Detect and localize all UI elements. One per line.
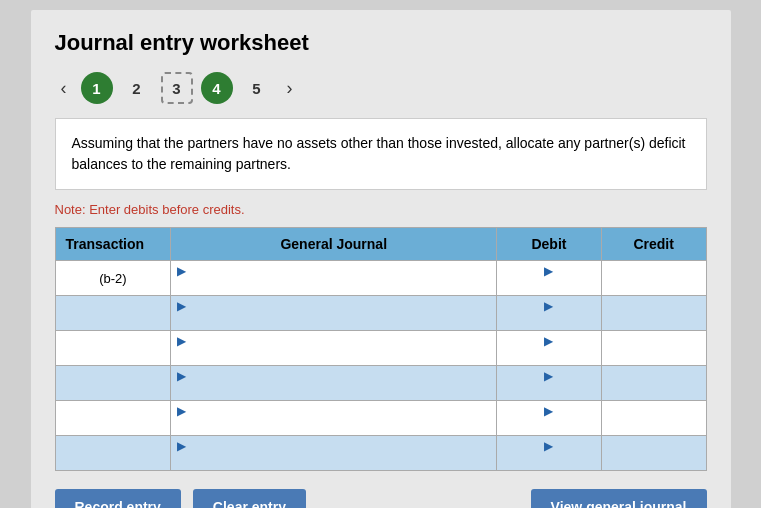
table-row: (b-2) ▶ ▶ bbox=[55, 261, 706, 296]
note-text: Note: Enter debits before credits. bbox=[55, 202, 707, 217]
credit-input-5[interactable] bbox=[608, 411, 700, 426]
credit-input-6[interactable] bbox=[608, 446, 700, 461]
journal-cell-4[interactable]: ▶ bbox=[171, 366, 497, 401]
transaction-cell-1: (b-2) bbox=[55, 261, 171, 296]
page-4[interactable]: 4 bbox=[201, 72, 233, 104]
debit-input-1[interactable] bbox=[503, 278, 595, 293]
transaction-cell-6 bbox=[55, 436, 171, 471]
prev-arrow[interactable]: ‹ bbox=[55, 76, 73, 101]
journal-input-5[interactable] bbox=[177, 418, 490, 433]
debit-arrow-1: ▶ bbox=[544, 264, 553, 278]
journal-cell-5[interactable]: ▶ bbox=[171, 401, 497, 436]
page-3[interactable]: 3 bbox=[161, 72, 193, 104]
debit-arrow-2: ▶ bbox=[544, 299, 553, 313]
debit-arrow-6: ▶ bbox=[544, 439, 553, 453]
debit-input-5[interactable] bbox=[503, 418, 595, 433]
next-arrow[interactable]: › bbox=[281, 76, 299, 101]
journal-input-1[interactable] bbox=[177, 278, 490, 293]
table-row: ▶ ▶ bbox=[55, 401, 706, 436]
button-row: Record entry Clear entry View general jo… bbox=[55, 489, 707, 508]
credit-input-3[interactable] bbox=[608, 341, 700, 356]
journal-input-3[interactable] bbox=[177, 348, 490, 363]
debit-input-3[interactable] bbox=[503, 348, 595, 363]
pagination: ‹ 1 2 3 4 5 › bbox=[55, 72, 707, 104]
journal-cell-2[interactable]: ▶ bbox=[171, 296, 497, 331]
debit-arrow-5: ▶ bbox=[544, 404, 553, 418]
col-credit: Credit bbox=[601, 228, 706, 261]
cell-arrow-6: ▶ bbox=[177, 439, 186, 453]
page-1[interactable]: 1 bbox=[81, 72, 113, 104]
credit-cell-6[interactable] bbox=[601, 436, 706, 471]
debit-arrow-3: ▶ bbox=[544, 334, 553, 348]
table-row: ▶ ▶ bbox=[55, 331, 706, 366]
credit-input-1[interactable] bbox=[608, 271, 700, 286]
cell-arrow-3: ▶ bbox=[177, 334, 186, 348]
debit-cell-5[interactable]: ▶ bbox=[497, 401, 602, 436]
page-title: Journal entry worksheet bbox=[55, 30, 707, 56]
cell-arrow-5: ▶ bbox=[177, 404, 186, 418]
transaction-cell-2 bbox=[55, 296, 171, 331]
cell-arrow-2: ▶ bbox=[177, 299, 186, 313]
view-journal-button[interactable]: View general journal bbox=[531, 489, 707, 508]
clear-entry-button[interactable]: Clear entry bbox=[193, 489, 306, 508]
journal-input-4[interactable] bbox=[177, 383, 490, 398]
col-journal: General Journal bbox=[171, 228, 497, 261]
credit-input-4[interactable] bbox=[608, 376, 700, 391]
transaction-cell-4 bbox=[55, 366, 171, 401]
instruction-box: Assuming that the partners have no asset… bbox=[55, 118, 707, 190]
debit-cell-1[interactable]: ▶ bbox=[497, 261, 602, 296]
credit-cell-5[interactable] bbox=[601, 401, 706, 436]
journal-cell-6[interactable]: ▶ bbox=[171, 436, 497, 471]
instruction-text: Assuming that the partners have no asset… bbox=[72, 135, 686, 172]
credit-input-2[interactable] bbox=[608, 306, 700, 321]
debit-input-2[interactable] bbox=[503, 313, 595, 328]
debit-cell-2[interactable]: ▶ bbox=[497, 296, 602, 331]
debit-cell-6[interactable]: ▶ bbox=[497, 436, 602, 471]
journal-input-2[interactable] bbox=[177, 313, 490, 328]
credit-cell-4[interactable] bbox=[601, 366, 706, 401]
debit-input-4[interactable] bbox=[503, 383, 595, 398]
credit-cell-3[interactable] bbox=[601, 331, 706, 366]
journal-cell-1[interactable]: ▶ bbox=[171, 261, 497, 296]
debit-cell-4[interactable]: ▶ bbox=[497, 366, 602, 401]
debit-input-6[interactable] bbox=[503, 453, 595, 468]
transaction-cell-5 bbox=[55, 401, 171, 436]
cell-arrow-1: ▶ bbox=[177, 264, 186, 278]
record-entry-button[interactable]: Record entry bbox=[55, 489, 181, 508]
page-5[interactable]: 5 bbox=[241, 72, 273, 104]
debit-cell-3[interactable]: ▶ bbox=[497, 331, 602, 366]
credit-cell-2[interactable] bbox=[601, 296, 706, 331]
table-row: ▶ ▶ bbox=[55, 436, 706, 471]
table-row: ▶ ▶ bbox=[55, 366, 706, 401]
journal-input-6[interactable] bbox=[177, 453, 490, 468]
journal-table: Transaction General Journal Debit Credit… bbox=[55, 227, 707, 471]
debit-arrow-4: ▶ bbox=[544, 369, 553, 383]
main-container: Journal entry worksheet ‹ 1 2 3 4 5 › As… bbox=[31, 10, 731, 508]
page-2[interactable]: 2 bbox=[121, 72, 153, 104]
transaction-cell-3 bbox=[55, 331, 171, 366]
cell-arrow-4: ▶ bbox=[177, 369, 186, 383]
col-debit: Debit bbox=[497, 228, 602, 261]
table-row: ▶ ▶ bbox=[55, 296, 706, 331]
credit-cell-1[interactable] bbox=[601, 261, 706, 296]
journal-cell-3[interactable]: ▶ bbox=[171, 331, 497, 366]
col-transaction: Transaction bbox=[55, 228, 171, 261]
